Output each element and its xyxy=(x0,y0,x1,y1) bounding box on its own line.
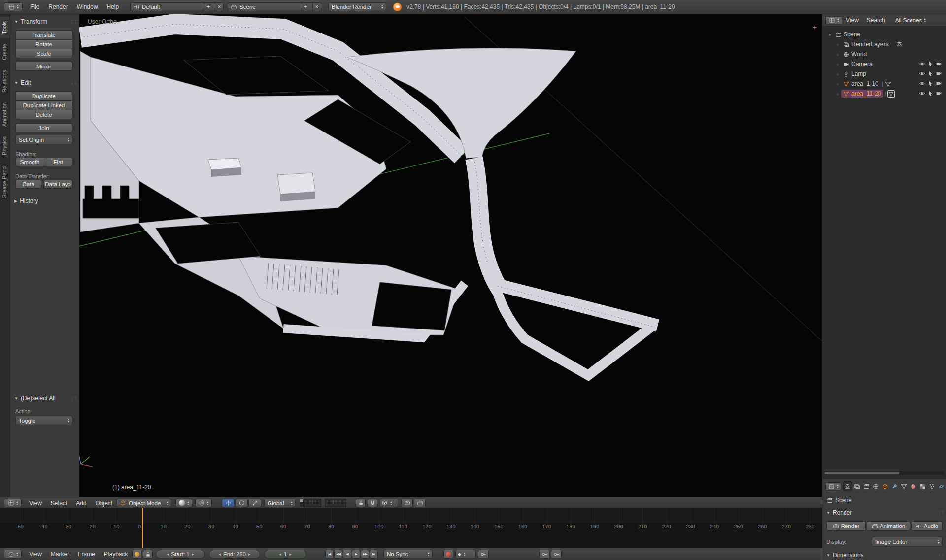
renderability-camera-icon[interactable] xyxy=(936,90,942,97)
viewport-shading-button[interactable]: ▴▾ xyxy=(175,499,192,507)
outliner-item[interactable]: Lamp xyxy=(841,70,868,78)
start-frame-field[interactable]: ◂ Start: 1 ▸ xyxy=(156,550,205,559)
outliner-item[interactable]: Camera xyxy=(841,60,875,68)
layer-toggle[interactable] xyxy=(308,499,312,503)
outliner-row[interactable]: ○area_1-10| xyxy=(822,79,946,89)
mirror-button[interactable]: Mirror xyxy=(15,62,72,71)
outliner-item[interactable]: area_1-10 xyxy=(841,80,880,88)
layer-toggle[interactable] xyxy=(300,503,304,507)
jump-to-end-button[interactable]: ▶| xyxy=(370,550,378,559)
visibility-eye-icon[interactable] xyxy=(919,90,925,97)
timeline-menu-view[interactable]: View xyxy=(25,551,46,558)
jump-to-start-button[interactable]: |◀ xyxy=(325,550,334,559)
collapse-icon[interactable]: ● xyxy=(826,33,833,36)
properties-tab-modifiers[interactable] xyxy=(890,481,899,491)
play-reverse-button[interactable]: ◀ xyxy=(343,550,351,559)
layer-toggle[interactable] xyxy=(338,503,342,507)
mesh-data-icon[interactable] xyxy=(887,90,895,98)
renderability-camera-icon[interactable] xyxy=(936,61,942,67)
opengl-render-button[interactable] xyxy=(401,499,413,507)
menu-file[interactable]: File xyxy=(26,3,44,10)
visibility-eye-icon[interactable] xyxy=(919,70,925,77)
expand-icon[interactable]: ○ xyxy=(834,92,841,96)
render-engine-select[interactable]: Blender Render ▴▾ xyxy=(328,2,386,11)
lock-time-button[interactable] xyxy=(143,550,153,559)
scene-selector[interactable]: Scene + × xyxy=(228,2,321,11)
menu-render[interactable]: Render xyxy=(44,3,72,10)
layer-toggle[interactable] xyxy=(342,503,346,507)
translate-button[interactable]: Translate xyxy=(15,30,72,39)
current-frame-field[interactable]: ◂ 1 ▸ xyxy=(264,550,306,559)
shade-flat-button[interactable]: Flat xyxy=(44,158,72,166)
delete-button[interactable]: Delete xyxy=(15,110,72,119)
timeline-menu-playback[interactable]: Playback xyxy=(100,551,133,558)
layer-toggle[interactable] xyxy=(334,503,338,507)
keying-set-select[interactable]: ◆ ▴▾ xyxy=(455,550,476,559)
outliner-row[interactable]: ○World xyxy=(822,49,946,59)
renderlayer-render-icon[interactable] xyxy=(896,41,903,47)
layer-toggle[interactable] xyxy=(317,503,321,507)
properties-tab-data[interactable] xyxy=(899,481,909,491)
mesh-data-icon[interactable] xyxy=(885,81,891,87)
record-toggle-button[interactable] xyxy=(132,550,142,559)
tab-physics[interactable]: Physics xyxy=(0,132,10,160)
render-button[interactable]: Render xyxy=(826,521,866,531)
selectability-cursor-icon[interactable] xyxy=(927,80,934,87)
opengl-render-animation-button[interactable] xyxy=(414,499,426,507)
selectability-cursor-icon[interactable] xyxy=(927,70,934,77)
panel-header-dimensions[interactable]: ▼ Dimensions ⋮⋮ xyxy=(826,552,944,559)
close-layout-button[interactable]: × xyxy=(215,3,223,11)
panel-drag-dots-icon[interactable]: ⋮⋮ xyxy=(70,19,77,24)
horizontal-scrollbar[interactable] xyxy=(824,471,945,475)
render-animation-button[interactable]: Animation xyxy=(867,521,910,531)
decrement-arrow-icon[interactable]: ◂ xyxy=(167,552,169,557)
decrement-arrow-icon[interactable]: ◂ xyxy=(218,552,221,557)
layer-toggle[interactable] xyxy=(300,499,304,503)
manipulator-translate-button[interactable] xyxy=(222,499,235,507)
editor-type-button[interactable]: ▴▾ xyxy=(4,2,23,11)
outliner-display-mode-select[interactable]: All Scenes ▴▾ xyxy=(892,16,928,25)
expand-icon[interactable]: ○ xyxy=(834,53,841,56)
tab-relations[interactable]: Relations xyxy=(0,66,10,97)
add-layout-button[interactable]: + xyxy=(204,3,212,11)
panel-drag-dots-icon[interactable]: ⋮⋮ xyxy=(937,510,944,515)
renderability-camera-icon[interactable] xyxy=(936,80,942,87)
action-select[interactable]: Toggle ▴▾ xyxy=(15,416,72,425)
duplicate-linked-button[interactable]: Duplicate Linked xyxy=(15,100,72,110)
outliner-row[interactable]: ○Lamp xyxy=(822,69,946,79)
transform-orientation-select[interactable]: Global ▴▾ xyxy=(264,499,296,507)
panel-header-deselect-all[interactable]: ▼ (De)select All ⋮⋮ xyxy=(14,395,77,402)
mode-select[interactable]: Object Mode ▴▾ xyxy=(116,499,171,507)
auto-keyframe-button[interactable] xyxy=(443,550,453,559)
layer-toggle[interactable] xyxy=(334,499,338,503)
properties-tab-object[interactable] xyxy=(880,481,890,491)
outliner-row[interactable]: ○area_11-20| xyxy=(822,89,946,99)
snap-toggle-button[interactable] xyxy=(368,499,377,507)
duplicate-button[interactable]: Duplicate xyxy=(15,91,72,100)
outliner-item[interactable]: Scene xyxy=(833,31,862,38)
properties-tab-world[interactable] xyxy=(871,481,880,491)
layer-toggle[interactable] xyxy=(317,499,321,503)
visibility-eye-icon[interactable] xyxy=(919,80,925,87)
selectability-cursor-icon[interactable] xyxy=(927,90,934,97)
layer-toggle[interactable] xyxy=(329,503,333,507)
outliner-item[interactable]: area_11-20 xyxy=(841,90,883,98)
viewport-menu-select[interactable]: Select xyxy=(46,500,71,507)
outliner-row[interactable]: ●Scene xyxy=(822,30,946,39)
snap-element-select[interactable]: ▴▾ xyxy=(379,499,398,507)
data-layout-transfer-button[interactable]: Data Layo xyxy=(43,180,72,189)
panel-header-history[interactable]: ▶ History xyxy=(14,198,77,204)
panel-drag-dots-icon[interactable]: ⋮⋮ xyxy=(937,553,944,558)
panel-header-render[interactable]: ▼ Render ⋮⋮ xyxy=(826,509,944,516)
tab-animation[interactable]: Animation xyxy=(0,98,10,131)
scrollbar-thumb[interactable] xyxy=(824,472,899,474)
expand-icon[interactable]: ○ xyxy=(834,43,841,46)
decrement-arrow-icon[interactable]: ◂ xyxy=(279,552,281,557)
properties-tab-material[interactable] xyxy=(909,481,918,491)
panel-header-transform[interactable]: ▼ Transform ⋮⋮ xyxy=(14,18,77,25)
timeline[interactable]: -50-40-30-20-100102030405060708090100110… xyxy=(0,508,822,548)
layer-toggle[interactable] xyxy=(325,499,329,503)
layer-toggle[interactable] xyxy=(308,503,312,507)
layer-toggle[interactable] xyxy=(304,499,308,503)
layer-toggle[interactable] xyxy=(325,503,329,507)
